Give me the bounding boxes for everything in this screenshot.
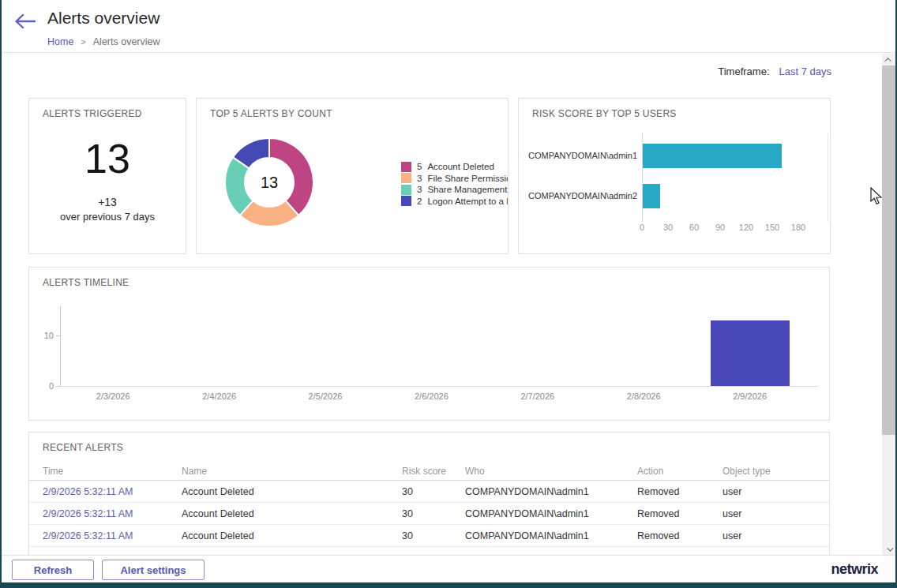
timeline-ytick-mark (56, 335, 60, 336)
table-header-cell: Name (182, 466, 402, 477)
window-bottom-edge (0, 582, 897, 588)
risk-bar (643, 184, 660, 208)
table-cell-time-link[interactable]: 2/9/2026 5:32:11 AM (43, 530, 182, 541)
risk-chart-boundary (828, 133, 828, 222)
alerts-timeline-card: ALERTS TIMELINE 0102/3/20262/4/20262/5/2… (28, 267, 830, 421)
table-header-cell: Time (43, 466, 182, 477)
table-cell: COMPANYDOMAIN\admin1 (465, 530, 637, 541)
legend-swatch-icon (401, 185, 411, 195)
table-cell: COMPANYDOMAIN\admin1 (465, 508, 637, 519)
timeline-ytick-mark (56, 386, 60, 387)
timeline-date-label: 2/3/2026 (96, 391, 130, 401)
alerts-triggered-title: ALERTS TRIGGERED (43, 108, 142, 119)
risk-axis-tick-label: 30 (663, 223, 673, 232)
header: Alerts overview Home>Alerts overview (2, 0, 895, 53)
page-title: Alerts overview (47, 9, 160, 28)
risk-axis-tick-label: 90 (715, 223, 725, 232)
table-cell: Account Deleted (182, 530, 402, 541)
vertical-scrollbar[interactable] (882, 54, 895, 555)
timeline-bar (711, 320, 790, 386)
timeline-x-axis (60, 386, 818, 387)
alerts-triggered-count: 13 (29, 135, 186, 182)
timeframe-label: Timeframe: (718, 66, 769, 77)
table-cell: 30 (402, 486, 465, 497)
alerts-triggered-delta-caption: over previous 7 days (29, 211, 186, 223)
table-header-cell: Who (465, 466, 637, 477)
alerts-triggered-card: ALERTS TRIGGERED 13 +13 over previous 7 … (28, 98, 186, 254)
legend-count: 3 (417, 174, 422, 183)
table-cell: 30 (402, 530, 465, 541)
risk-axis-tick-label: 60 (689, 223, 699, 232)
timeline-date-label: 2/9/2026 (733, 391, 767, 401)
risk-axis-tick-label: 120 (739, 223, 753, 232)
legend-label: Account Deleted (427, 162, 494, 171)
chevron-down-icon (887, 545, 893, 551)
table-cell: user (722, 530, 816, 541)
alert-settings-button[interactable]: Alert settings (102, 560, 205, 580)
breadcrumb-home-link[interactable]: Home (47, 36, 73, 47)
legend-item: 2Logon Attempt to a Disabled Account (401, 196, 509, 208)
table-cell-time-link[interactable]: 2/9/2026 5:32:11 AM (43, 508, 182, 519)
breadcrumb-current: Alerts overview (93, 36, 160, 47)
table-row: 2/9/2026 5:32:11 AMAccount Deleted30COMP… (29, 481, 829, 503)
timeline-ytick-label: 0 (30, 381, 54, 391)
table-cell: Account Deleted (182, 508, 402, 519)
table-cell: 30 (402, 508, 465, 519)
legend-item: 3File Share Permissions Changed (401, 173, 509, 185)
timeline-date-label: 2/8/2026 (627, 391, 661, 401)
breadcrumb-separator-icon: > (81, 37, 85, 47)
risk-category-label: COMPANYDOMAIN\admin2 (527, 191, 637, 200)
recent-alerts-table: TimeNameRisk scoreWhoActionObject type2/… (29, 462, 829, 547)
scrollbar-down-arrow[interactable] (882, 543, 895, 555)
risk-axis-tick-label: 150 (765, 223, 779, 232)
alerts-triggered-delta: +13 (29, 196, 186, 208)
table-header-cell: Object type (722, 466, 816, 477)
legend-swatch-icon (401, 196, 411, 206)
scrollbar-thumb[interactable] (882, 66, 895, 435)
alerts-timeline-title: ALERTS TIMELINE (43, 277, 129, 288)
timeframe: Timeframe:Last 7 days (718, 66, 831, 77)
legend-count: 2 (417, 197, 422, 206)
top-alerts-title: TOP 5 ALERTS BY COUNT (210, 108, 332, 119)
risk-category-label: COMPANYDOMAIN\admin1 (527, 151, 637, 160)
table-header-cell: Risk score (402, 466, 465, 477)
donut-center-label: 13 (246, 174, 293, 192)
refresh-button[interactable]: Refresh (12, 560, 94, 580)
legend-label: Share Management on File Server (427, 185, 509, 194)
risk-axis-tick-label: 0 (640, 223, 644, 232)
scrollbar-up-arrow[interactable] (882, 54, 895, 66)
timeline-y-axis (60, 306, 61, 387)
risk-score-card: RISK SCORE BY TOP 5 USERS COMPANYDOMAIN\… (518, 98, 831, 254)
table-row: 2/9/2026 5:32:11 AMAccount Deleted30COMP… (29, 525, 829, 547)
table-cell: Removed (637, 530, 722, 541)
timeline-date-label: 2/6/2026 (415, 391, 448, 401)
table-cell: Removed (637, 486, 722, 497)
netwrix-logo: netwrix (831, 561, 878, 578)
timeline-date-label: 2/7/2026 (520, 391, 554, 401)
timeframe-value-link[interactable]: Last 7 days (779, 66, 832, 77)
chevron-up-icon (884, 58, 891, 64)
window-frame-left (0, 0, 2, 588)
legend-swatch-icon (401, 162, 411, 172)
donut-legend: 5Account Deleted3File Share Permissions … (401, 161, 509, 207)
legend-label: File Share Permissions Changed (427, 174, 509, 183)
top-alerts-card: TOP 5 ALERTS BY COUNT 13 5Account Delete… (196, 98, 509, 254)
timeline-date-label: 2/4/2026 (202, 391, 236, 401)
table-cell: user (722, 508, 816, 519)
table-header-cell: Action (637, 466, 722, 477)
table-cell: COMPANYDOMAIN\admin1 (465, 486, 637, 497)
table-cell: user (722, 486, 816, 497)
legend-label: Logon Attempt to a Disabled Account (427, 197, 509, 206)
table-cell: Removed (637, 508, 722, 519)
table-cell-time-link[interactable]: 2/9/2026 5:32:11 AM (43, 486, 182, 497)
recent-alerts-title: RECENT ALERTS (43, 442, 123, 453)
risk-score-title: RISK SCORE BY TOP 5 USERS (532, 108, 677, 119)
risk-bar (643, 144, 782, 168)
back-arrow-icon[interactable] (13, 11, 36, 32)
timeline-ytick-label: 10 (30, 331, 54, 340)
legend-count: 5 (417, 162, 422, 171)
table-header-row: TimeNameRisk scoreWhoActionObject type (29, 462, 829, 481)
table-row: 2/9/2026 5:32:11 AMAccount Deleted30COMP… (29, 503, 829, 525)
footer: Refresh Alert settings netwrix (2, 555, 895, 582)
timeline-date-label: 2/5/2026 (309, 391, 343, 401)
